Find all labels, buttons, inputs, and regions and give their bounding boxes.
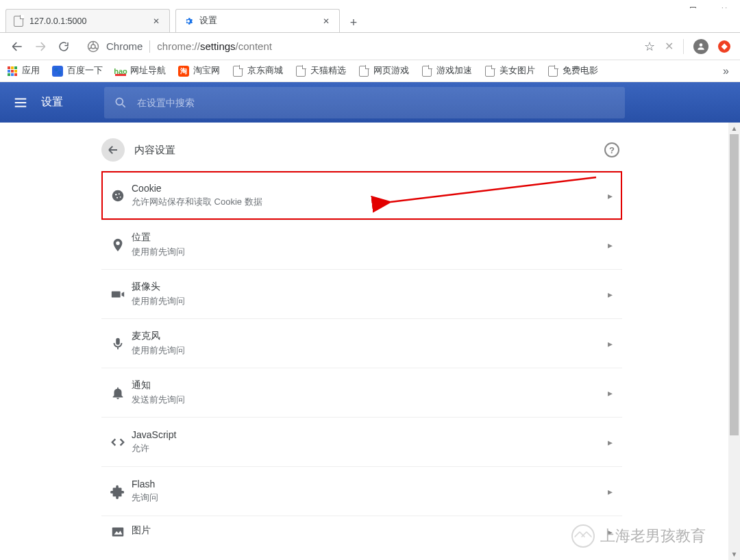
svg-rect-8 — [112, 527, 124, 536]
back-button[interactable] — [101, 138, 125, 162]
file-icon — [13, 16, 24, 27]
close-icon[interactable]: ✕ — [320, 15, 332, 27]
settings-search-input[interactable] — [137, 97, 615, 108]
reload-button[interactable] — [52, 35, 75, 58]
cookie-icon — [104, 188, 132, 203]
settings-title: 设置 — [41, 95, 63, 110]
row-subtitle: 使用前先询问 — [132, 246, 601, 258]
taobao-icon: 淘 — [178, 66, 189, 77]
content-area: 内容设置 ? Cookie 允许网站保存和读取 Cookie 数据 ▸ 位置 使… — [0, 123, 724, 560]
help-icon[interactable]: ? — [604, 142, 619, 157]
image-icon — [104, 524, 132, 539]
file-icon — [484, 66, 495, 77]
close-icon[interactable]: ✕ — [150, 15, 162, 27]
scroll-thumb[interactable] — [730, 134, 739, 435]
chevron-right-icon: ▸ — [601, 240, 619, 251]
bookmark-apps[interactable]: 应用 — [7, 65, 40, 77]
row-camera[interactable]: 摄像头 使用前先询问 ▸ — [101, 269, 622, 318]
separator — [683, 39, 684, 54]
back-button[interactable] — [5, 35, 29, 58]
profile-avatar[interactable] — [693, 39, 708, 54]
bookmark-hao[interactable]: hao 网址导航 — [115, 65, 166, 77]
bookmark-images[interactable]: 美女图片 — [484, 65, 535, 77]
chevron-right-icon: ▸ — [601, 338, 619, 349]
bookmark-taobao[interactable]: 淘 淘宝网 — [178, 65, 220, 77]
svg-point-5 — [119, 193, 120, 194]
row-location[interactable]: 位置 使用前先询问 ▸ — [101, 220, 622, 269]
svg-point-1 — [91, 44, 95, 49]
code-icon — [104, 435, 132, 450]
bookmark-baidu[interactable]: 🐾 百度一下 — [52, 65, 103, 77]
row-title: JavaScript — [132, 429, 601, 440]
row-images[interactable]: 图片 ▸ — [101, 516, 622, 547]
gear-icon — [183, 16, 194, 27]
file-icon — [295, 66, 306, 77]
toolbar: Chrome chrome://settings/content ☆ ✕ ◆ — [0, 33, 740, 60]
row-subtitle: 使用前先询问 — [132, 344, 601, 357]
bookmarks-bar: 应用 🐾 百度一下 hao 网址导航 淘 淘宝网 京东商城 天猫精选 网页游戏 … — [0, 60, 740, 82]
row-subtitle: 发送前先询问 — [132, 394, 601, 406]
scrollbar[interactable]: ▲ ▼ — [728, 123, 740, 560]
bookmark-movie[interactable]: 免费电影 — [547, 65, 598, 77]
extension-icon[interactable]: ✕ — [665, 40, 674, 53]
row-title: Cookie — [132, 183, 601, 194]
file-icon — [358, 66, 369, 77]
chevron-right-icon: ▸ — [601, 387, 619, 398]
row-title: Flash — [132, 479, 601, 489]
window-titlebar — [0, 0, 740, 8]
tab-localhost[interactable]: 127.0.0.1:5000 ✕ — [5, 9, 170, 32]
row-subtitle: 允许 — [132, 442, 601, 455]
location-icon — [104, 238, 132, 253]
settings-header: 设置 — [0, 82, 740, 123]
row-cookie[interactable]: Cookie 允许网站保存和读取 Cookie 数据 ▸ — [101, 170, 622, 220]
tab-strip: 127.0.0.1:5000 ✕ 设置 ✕ + — [0, 8, 740, 33]
url-text: chrome://settings/content — [157, 40, 272, 52]
svg-point-4 — [115, 193, 116, 194]
hao-icon: hao — [115, 66, 126, 77]
tab-title: 127.0.0.1:5000 — [29, 16, 150, 26]
row-mic[interactable]: 麦克风 使用前先询问 ▸ — [101, 318, 622, 368]
row-subtitle: 允许网站保存和读取 Cookie 数据 — [132, 196, 601, 208]
mic-icon — [104, 336, 132, 351]
bookmark-gameboost[interactable]: 游戏加速 — [421, 65, 472, 77]
chevron-right-icon: ▸ — [601, 437, 619, 448]
settings-search[interactable] — [104, 87, 625, 118]
notification-icon[interactable]: ◆ — [718, 40, 730, 53]
new-tab-button[interactable]: + — [344, 13, 363, 32]
row-subtitle: 使用前先询问 — [132, 295, 601, 307]
scroll-down-icon[interactable]: ▼ — [728, 548, 740, 560]
chevron-right-icon: ▸ — [601, 190, 619, 201]
camera-icon — [104, 287, 132, 302]
svg-point-2 — [116, 98, 123, 105]
svg-point-3 — [112, 190, 124, 201]
bookmarks-overflow[interactable]: » — [719, 65, 733, 77]
row-title: 图片 — [132, 524, 601, 537]
tab-settings[interactable]: 设置 ✕ — [175, 9, 340, 32]
bookmark-webgame[interactable]: 网页游戏 — [358, 65, 409, 77]
row-flash[interactable]: Flash 先询问 ▸ — [101, 466, 622, 516]
wechat-icon — [571, 524, 595, 548]
bookmark-tmall[interactable]: 天猫精选 — [295, 65, 346, 77]
file-icon — [547, 66, 558, 77]
svg-point-6 — [116, 196, 118, 198]
bell-icon — [104, 385, 132, 400]
watermark: 上海老男孩教育 — [571, 524, 706, 548]
row-javascript[interactable]: JavaScript 允许 ▸ — [101, 417, 622, 466]
search-icon — [114, 96, 127, 110]
star-icon[interactable]: ☆ — [644, 39, 655, 54]
page-title: 内容设置 — [134, 144, 604, 157]
row-title: 通知 — [132, 379, 601, 392]
svg-point-7 — [120, 196, 121, 197]
scroll-up-icon[interactable]: ▲ — [728, 123, 740, 134]
menu-button[interactable] — [0, 82, 41, 123]
bookmark-jd[interactable]: 京东商城 — [232, 65, 283, 77]
chrome-icon — [87, 40, 99, 53]
apps-icon — [7, 66, 18, 77]
separator — [149, 40, 150, 53]
url-origin: Chrome — [106, 40, 143, 52]
forward-button — [29, 35, 52, 58]
row-notifications[interactable]: 通知 发送前先询问 ▸ — [101, 368, 622, 417]
row-subtitle: 先询问 — [132, 492, 601, 504]
row-title: 摄像头 — [132, 281, 601, 293]
address-bar[interactable]: Chrome chrome://settings/content — [79, 36, 640, 58]
